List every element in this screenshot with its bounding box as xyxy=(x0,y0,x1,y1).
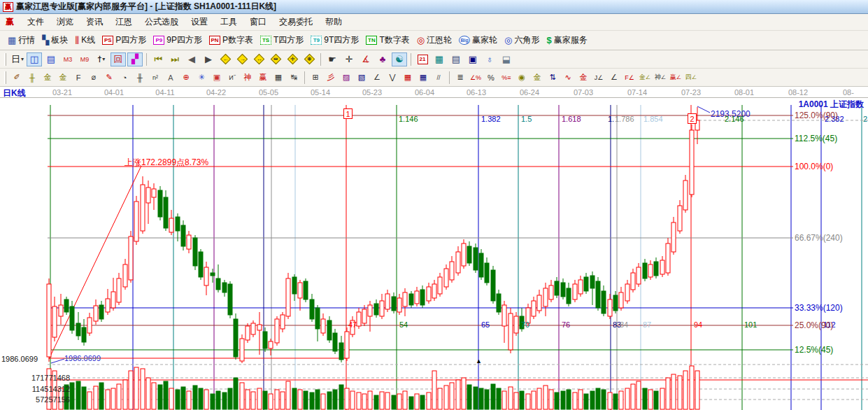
tool-map-mode[interactable]: 回 xyxy=(111,52,126,66)
menu-item-2[interactable]: 资讯 xyxy=(80,14,109,30)
draw-tool-gold-grid-2[interactable]: 金 xyxy=(56,71,70,84)
menu-item-1[interactable]: 浏览 xyxy=(50,14,80,30)
draw-tool-updown-pen[interactable]: ⇅ xyxy=(546,71,560,84)
draw-tool-price-scale[interactable]: ≣ xyxy=(453,71,467,84)
draw-tool-blue-square[interactable]: ▦ xyxy=(416,71,430,84)
chart-canvas[interactable]: 1A0001 上证指数 上涨172.2899点8.73% 2193.5200 1… xyxy=(0,98,868,410)
draw-tool-shen-angle[interactable]: 神∠ xyxy=(653,71,667,84)
tool-wave-9[interactable]: M9 xyxy=(77,52,92,66)
draw-tool-percent-angle[interactable]: ∠% xyxy=(469,71,483,84)
tool-expand-horizontal[interactable]: ↔ xyxy=(251,52,266,66)
draw-tool-wave-tool[interactable]: ∿ xyxy=(561,71,575,84)
tool-fit-all[interactable]: ❋ xyxy=(301,52,317,66)
draw-tool-plain-angle[interactable]: ∠ xyxy=(607,71,621,84)
tool-expand-all[interactable]: ✛ xyxy=(285,52,300,66)
draw-tool-text-tool[interactable]: A xyxy=(164,71,178,84)
tool-calendar[interactable]: 21 xyxy=(415,52,430,66)
draw-tool-eraser[interactable]: ✐ xyxy=(10,71,24,84)
tool-angle-measure[interactable]: ∡ xyxy=(358,52,373,66)
draw-tool-red-square[interactable]: ▦ xyxy=(401,71,415,84)
tool-pan-hand[interactable]: ☛ xyxy=(325,52,340,66)
menu-item-6[interactable]: 工具 xyxy=(214,14,243,30)
draw-tool-gold-grid-1[interactable]: 金 xyxy=(41,71,55,84)
tool-save[interactable]: ▣ xyxy=(465,52,481,66)
tool-export-web[interactable]: ♁ xyxy=(482,52,497,66)
tool-candle-style[interactable]: ϯ▾ xyxy=(94,52,109,66)
tool-histogram-mode[interactable]: ▞ xyxy=(127,52,143,66)
draw-tool-number-grid[interactable]: ▦ xyxy=(271,71,285,84)
toolbar-button-winner-service[interactable]: $赢家服务 xyxy=(543,33,590,48)
toolbar-button-p-square[interactable]: PSP四方形 xyxy=(99,33,150,48)
draw-tool-square-target[interactable]: ▣ xyxy=(210,71,224,84)
tool-prev-bar[interactable]: ◀ xyxy=(184,52,199,66)
tool-zoom-overview[interactable]: ◫ xyxy=(27,52,42,66)
scroll-position-marker[interactable]: ▲ xyxy=(476,358,482,365)
menu-item-9[interactable]: 帮助 xyxy=(319,14,348,30)
draw-tool-ying-angle[interactable]: 赢∠ xyxy=(669,71,683,84)
tool-crosshair[interactable]: ✛ xyxy=(341,52,357,66)
toolbar-button-p-number-table[interactable]: PNP数字表 xyxy=(206,33,257,48)
toolbar-button-hexagon[interactable]: ◎六角形 xyxy=(501,33,543,48)
draw-tool-f-angle[interactable]: F∠ xyxy=(622,71,636,84)
draw-tool-ying-grid[interactable]: 赢 xyxy=(256,71,270,84)
menu-item-5[interactable]: 设置 xyxy=(185,14,214,30)
draw-tool-si-angle[interactable]: 四∠ xyxy=(684,71,698,84)
toolbar-button-kline[interactable]: ⫼K线 xyxy=(71,33,99,48)
draw-tool-j-angle[interactable]: J∠ xyxy=(592,71,606,84)
draw-tool-n-square[interactable]: n² xyxy=(148,71,162,84)
tool-structure-tool[interactable]: ♣ xyxy=(375,52,390,66)
draw-tool-gann-grid[interactable]: ▧ xyxy=(355,71,369,84)
toolbar-button-t-square[interactable]: TST四方形 xyxy=(257,33,307,48)
draw-tool-shen-grid[interactable]: 神 xyxy=(241,71,255,84)
draw-tool-spiral[interactable]: ⌀ xyxy=(87,71,101,84)
wave-marker-1[interactable]: 1 xyxy=(343,108,353,119)
draw-tool-angle-lines[interactable]: ∠ xyxy=(370,71,384,84)
draw-tool-gold-circle[interactable]: ◉ xyxy=(515,71,529,84)
toolbar-button-gann-wheel[interactable]: ◎江恩轮 xyxy=(413,33,455,48)
draw-tool-time-circle[interactable]: ◔ xyxy=(118,71,131,84)
toolbar-button-quotes[interactable]: ▦行情 xyxy=(4,33,38,48)
toolbar-button-sectors[interactable]: ▚板块 xyxy=(38,33,71,48)
tool-shift-right[interactable]: → xyxy=(234,52,250,66)
toolbar-button-9p-square[interactable]: P99P四方形 xyxy=(150,33,206,48)
draw-tool-fan-rays[interactable]: 彡 xyxy=(324,71,338,84)
tool-smart-analysis[interactable]: ☯ xyxy=(392,52,407,66)
draw-tool-f-ruler[interactable]: F xyxy=(71,71,85,84)
draw-tool-percent[interactable]: % xyxy=(484,71,498,84)
draw-tool-grid-ruler[interactable]: ╫ xyxy=(25,71,39,84)
tool-calculator[interactable]: ▦ xyxy=(432,52,447,66)
draw-tool-span-arrows[interactable]: ↹ xyxy=(287,71,301,84)
toolbar-button-winner-wheel[interactable]: Big赢家轮 xyxy=(455,33,501,48)
wave-marker-2[interactable]: 2 xyxy=(688,113,697,124)
draw-tool-v-pattern[interactable]: ⋁ xyxy=(385,71,399,84)
draw-tool-zigzag[interactable]: И˝ xyxy=(225,71,239,84)
tool-chart-style[interactable]: 日▾ xyxy=(10,52,25,66)
draw-tool-parallel-lines[interactable]: // xyxy=(432,71,446,84)
menu-item-0[interactable]: 文件 xyxy=(21,14,50,30)
toolbar-button-9t-square[interactable]: T99T四方形 xyxy=(307,33,362,48)
draw-tool-marker-pen[interactable]: ✎ xyxy=(102,71,116,84)
draw-tool-tick-ruler[interactable]: ╫ xyxy=(133,71,147,84)
draw-tool-gold-angle[interactable]: 金∠ xyxy=(638,71,652,84)
toolbar-button-t-number-table[interactable]: TNT数字表 xyxy=(362,33,413,48)
menu-item-7[interactable]: 窗口 xyxy=(243,14,273,30)
tool-notes[interactable]: ▤ xyxy=(448,52,464,66)
tool-compress-horizontal[interactable]: ⇹ xyxy=(268,52,283,66)
draw-tool-star-circle[interactable]: ✳ xyxy=(194,71,208,84)
draw-tool-gann-box[interactable]: ▨ xyxy=(339,71,353,84)
tool-system[interactable]: ⬓ xyxy=(499,52,514,66)
draw-tool-box-tool[interactable]: ⊞ xyxy=(308,71,322,84)
menu-item-8[interactable]: 交易委托 xyxy=(273,14,319,30)
tool-first-page[interactable]: ⏮ xyxy=(150,52,166,66)
tool-shift-left[interactable]: ← xyxy=(218,52,233,66)
draw-tool-circle-cross[interactable]: ⊕ xyxy=(179,71,193,84)
menu-item-4[interactable]: 公式选股 xyxy=(138,14,185,30)
menu-item-3[interactable]: 江恩 xyxy=(109,14,138,30)
tool-next-bar[interactable]: ▶ xyxy=(201,52,216,66)
tool-last-page[interactable]: ⏭ xyxy=(167,52,183,66)
tool-info-panel[interactable]: ▤ xyxy=(43,52,59,66)
draw-tool-percent-level[interactable]: %≡ xyxy=(499,71,513,84)
draw-tool-gold-level[interactable]: 金 xyxy=(530,71,544,84)
tool-wave-3[interactable]: M3 xyxy=(60,52,76,66)
draw-tool-gold-red-level[interactable]: 金 xyxy=(576,71,590,84)
